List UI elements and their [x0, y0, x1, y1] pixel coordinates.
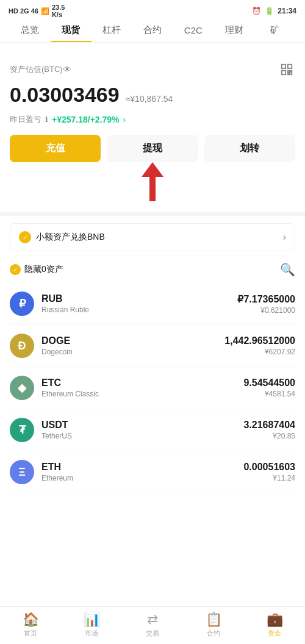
tab-leverage[interactable]: 杠杆	[92, 24, 132, 42]
time-display: 21:34	[278, 7, 296, 15]
etc-balance: 9.54544500 ¥4581.54	[243, 377, 295, 398]
coin-item-doge[interactable]: Ð DOGE Dogecoin 1,442.96512000 ¥6207.92	[10, 325, 295, 367]
status-bar: HD 2G 46 📶 23.5K/s ⏰ 🔋 21:34	[0, 0, 305, 21]
asset-label-nav: 资金	[268, 629, 281, 638]
pnl-value: +¥257.18/+2.79%	[52, 115, 120, 124]
bnb-text: 小额资产兑换BNB	[36, 232, 105, 243]
bnb-chevron-icon: ›	[283, 232, 286, 243]
withdraw-button[interactable]: 提现	[107, 135, 198, 162]
asset-cny: ≈¥10,867.54	[126, 94, 173, 104]
pnl-row: 昨日盈亏 ℹ +¥257.18/+2.79% ›	[10, 114, 295, 125]
tab-contract[interactable]: 合约	[132, 24, 173, 42]
eth-symbol: ETH	[41, 462, 243, 473]
filter-label: 隐藏0资产	[24, 264, 63, 275]
coin-item-eth[interactable]: Ξ ETH Ethereum 0.00051603 ¥11.24	[10, 451, 295, 493]
arrow-head	[142, 162, 163, 177]
rub-amount: ₽7.17365000	[237, 293, 295, 305]
coin-item-etc[interactable]: ◆ ETC Ethereum Classic 9.54544500 ¥4581.…	[10, 367, 295, 409]
etc-amount: 9.54544500	[243, 377, 295, 388]
usdt-icon: ₮	[10, 418, 34, 442]
search-icon[interactable]: 🔍	[280, 262, 295, 277]
rub-name: Russian Ruble	[41, 306, 237, 314]
doge-balance: 1,442.96512000 ¥6207.92	[224, 335, 295, 356]
rub-symbol: RUB	[41, 293, 237, 304]
usdt-info: USDT TetherUS	[41, 420, 243, 440]
bottom-pad	[10, 493, 295, 542]
signal-text: HD 2G 46	[9, 7, 38, 15]
rub-icon: ₽	[10, 292, 34, 316]
filter-row: ✓ 隐藏0资产 🔍	[10, 259, 295, 283]
bnb-banner[interactable]: ✓ 小额资产兑换BNB ›	[10, 223, 295, 251]
rub-cny: ¥0.621000	[237, 306, 295, 315]
nav-contract[interactable]: 📋 合约	[195, 612, 232, 638]
coin-item-rub[interactable]: ₽ RUB Russian Ruble ₽7.17365000 ¥0.62100…	[10, 283, 295, 325]
nav-tabs: 总览 现货 杠杆 合约 C2C 理财 矿	[0, 21, 305, 43]
pnl-info-icon[interactable]: ℹ	[45, 115, 48, 124]
doge-cny: ¥6207.92	[224, 348, 295, 356]
tab-finance[interactable]: 理财	[214, 24, 254, 42]
nav-trade[interactable]: ⇄ 交易	[134, 612, 171, 638]
asset-btc: 0.03003469	[10, 83, 120, 107]
qr-icon[interactable]	[278, 61, 295, 78]
usdt-symbol: USDT	[41, 420, 243, 431]
asset-header-row: 资产估值(BTC) 👁	[10, 61, 295, 78]
eth-name: Ethereum	[41, 474, 243, 482]
bnb-icon: ✓	[19, 231, 31, 243]
svg-rect-0	[282, 65, 285, 68]
eth-amount: 0.00051603	[243, 462, 295, 473]
transfer-button[interactable]: 划转	[204, 135, 295, 162]
etc-icon: ◆	[10, 376, 34, 400]
market-icon: 📊	[84, 612, 100, 628]
nav-market[interactable]: 📊 市场	[73, 612, 110, 638]
home-label: 首页	[24, 629, 37, 638]
eth-balance: 0.00051603 ¥11.24	[243, 462, 295, 482]
status-right: ⏰ 🔋 21:34	[252, 7, 296, 15]
contract-icon: 📋	[206, 612, 222, 628]
doge-info: DOGE Dogecoin	[41, 335, 224, 356]
contract-label: 合约	[207, 629, 220, 638]
usdt-balance: 3.21687404 ¥20.85	[243, 420, 295, 440]
etc-cny: ¥4581.54	[243, 390, 295, 398]
tab-c2c[interactable]: C2C	[173, 25, 214, 41]
bottom-nav: 🏠 首页 📊 市场 ⇄ 交易 📋 合约 💼 资金	[0, 606, 305, 644]
asset-icon: 💼	[267, 612, 283, 628]
nav-asset[interactable]: 💼 资金	[256, 612, 293, 638]
svg-rect-5	[288, 73, 289, 74]
svg-rect-1	[288, 65, 292, 68]
home-icon: 🏠	[23, 612, 39, 628]
battery-icon: 🔋	[265, 7, 274, 15]
doge-name: Dogecoin	[41, 348, 224, 356]
doge-icon: Ð	[10, 334, 34, 358]
pnl-label: 昨日盈亏	[10, 114, 41, 125]
etc-name: Ethereum Classic	[41, 390, 243, 398]
eth-icon: Ξ	[10, 460, 34, 484]
status-left: HD 2G 46 📶 23.5K/s	[9, 4, 65, 18]
doge-symbol: DOGE	[41, 335, 224, 346]
eth-info: ETH Ethereum	[41, 462, 243, 482]
coin-item-usdt[interactable]: ₮ USDT TetherUS 3.21687404 ¥20.85	[10, 409, 295, 451]
tab-spot[interactable]: 现货	[51, 24, 92, 42]
tab-overview[interactable]: 总览	[10, 24, 51, 42]
rub-info: RUB Russian Ruble	[41, 293, 237, 314]
deposit-button[interactable]: 充值	[10, 135, 101, 162]
rub-balance: ₽7.17365000 ¥0.621000	[237, 293, 295, 315]
pnl-chevron-icon[interactable]: ›	[123, 115, 126, 124]
eye-icon[interactable]: 👁	[63, 65, 71, 74]
alarm-icon: ⏰	[252, 7, 261, 15]
trade-icon: ⇄	[147, 612, 158, 628]
usdt-amount: 3.21687404	[243, 420, 295, 431]
action-buttons: 充值 提现 划转	[10, 135, 295, 162]
etc-symbol: ETC	[41, 377, 243, 388]
wifi-icon: 📶	[41, 7, 49, 15]
asset-amount-row: 0.03003469 ≈¥10,867.54	[10, 80, 295, 108]
filter-check-icon[interactable]: ✓	[10, 264, 21, 275]
svg-rect-2	[282, 71, 285, 74]
speed-text: 23.5K/s	[52, 4, 65, 18]
nav-home[interactable]: 🏠 首页	[12, 612, 49, 638]
svg-rect-6	[290, 73, 292, 75]
market-label: 市场	[85, 629, 98, 638]
tab-mine[interactable]: 矿	[254, 24, 295, 42]
section-divider	[0, 212, 305, 216]
svg-rect-4	[290, 71, 292, 72]
asset-label: 资产估值(BTC)	[10, 64, 63, 75]
